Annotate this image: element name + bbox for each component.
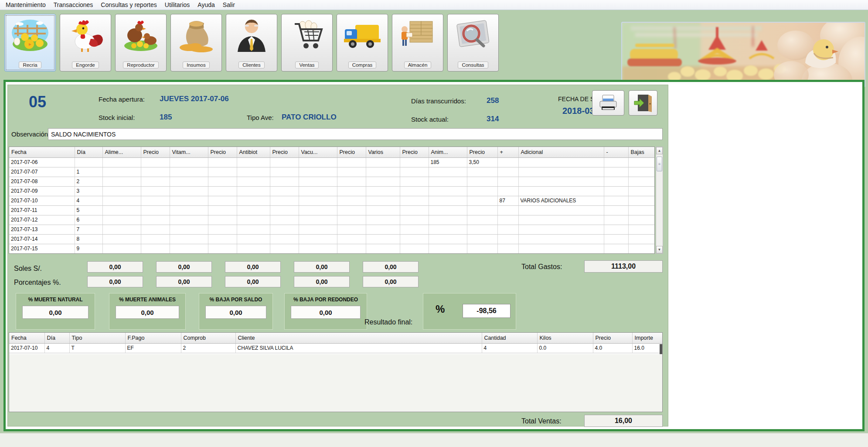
amount-field[interactable]: 0,00	[87, 276, 143, 287]
grid-cell[interactable]	[366, 157, 400, 167]
grid-cell[interactable]	[400, 157, 429, 167]
grid-cell[interactable]	[102, 234, 141, 244]
grid-cell[interactable]	[628, 244, 655, 253]
grid-cell[interactable]: 185	[429, 157, 467, 167]
grid-cell[interactable]: 0.0	[537, 343, 593, 353]
grid-cell[interactable]	[270, 215, 299, 225]
grid-cell[interactable]	[366, 244, 400, 253]
grid-cell[interactable]	[299, 215, 337, 225]
grid-row[interactable]: 2017-07-0710,00	[9, 167, 655, 177]
grid-cell[interactable]	[170, 186, 208, 196]
column-header[interactable]: Alime...	[102, 147, 141, 157]
column-header[interactable]: Tipo	[69, 333, 125, 343]
grid-cell[interactable]	[299, 234, 337, 244]
grid-cell[interactable]	[400, 177, 429, 186]
grid-cell[interactable]	[400, 244, 429, 253]
grid-cell[interactable]: 8	[75, 234, 102, 244]
grid-cell[interactable]	[429, 244, 467, 253]
grid-cell[interactable]: 2	[75, 177, 102, 186]
grid-cell[interactable]	[337, 157, 366, 167]
column-header[interactable]: Precio	[593, 333, 632, 343]
grid-cell[interactable]: 2017-07-11	[9, 205, 75, 215]
grid-cell[interactable]	[208, 186, 237, 196]
grid-cell[interactable]	[237, 234, 270, 244]
grid-cell[interactable]	[299, 225, 337, 234]
grid-cell[interactable]	[467, 225, 497, 234]
grid-cell[interactable]: 16.0	[632, 343, 663, 353]
grid-cell[interactable]: 6	[75, 215, 102, 225]
column-header[interactable]: Cliente	[235, 333, 482, 343]
grid-cell[interactable]	[208, 157, 237, 167]
grid-cell[interactable]	[208, 215, 237, 225]
grid-cell[interactable]	[628, 167, 655, 177]
toolbar-button-consultas[interactable]: Consultas	[447, 14, 499, 72]
grid-cell[interactable]: 2017-07-15	[9, 244, 75, 253]
column-header[interactable]: Kilos	[537, 333, 593, 343]
grid-cell[interactable]	[604, 196, 628, 205]
amount-field[interactable]: 0,00	[363, 261, 419, 273]
grid-row[interactable]: 2017-07-0820,00	[9, 177, 655, 186]
grid-cell[interactable]	[337, 215, 366, 225]
amount-field[interactable]: 0,00	[294, 261, 350, 273]
grid-cell[interactable]: 87	[497, 196, 518, 205]
grid-cell[interactable]	[270, 196, 299, 205]
grid-cell[interactable]	[400, 215, 429, 225]
grid-cell[interactable]	[299, 167, 337, 177]
grid-cell[interactable]	[102, 244, 141, 253]
grid-cell[interactable]	[628, 186, 655, 196]
grid-cell[interactable]	[141, 196, 170, 205]
grid-cell[interactable]: 2017-07-09	[9, 186, 75, 196]
grid-cell[interactable]: 2017-07-07	[9, 167, 75, 177]
grid-cell[interactable]	[141, 234, 170, 244]
grid-cell[interactable]	[337, 167, 366, 177]
grid-cell[interactable]	[141, 205, 170, 215]
grid-cell[interactable]	[429, 225, 467, 234]
grid-cell[interactable]	[518, 205, 604, 215]
column-header[interactable]: Varios	[366, 147, 400, 157]
grid-cell[interactable]	[604, 177, 628, 186]
column-header[interactable]: Comprob	[181, 333, 235, 343]
grid-cell[interactable]	[170, 244, 208, 253]
grid-cell[interactable]	[170, 157, 208, 167]
grid-cell[interactable]	[141, 244, 170, 253]
grid-cell[interactable]	[467, 186, 497, 196]
grid-cell[interactable]	[518, 186, 604, 196]
grid-cell[interactable]: 2017-07-12	[9, 215, 75, 225]
grid-cell[interactable]	[497, 167, 518, 177]
column-header[interactable]: +	[497, 147, 518, 157]
grid-cell[interactable]	[237, 244, 270, 253]
grid-cell[interactable]	[467, 234, 497, 244]
column-header[interactable]: Anim...	[429, 147, 467, 157]
grid-cell[interactable]: 4	[44, 343, 69, 353]
grid-cell[interactable]	[170, 196, 208, 205]
grid-cell[interactable]	[366, 234, 400, 244]
observacion-input[interactable]	[48, 128, 663, 140]
grid-cell[interactable]	[628, 234, 655, 244]
grid-cell[interactable]: 3	[75, 186, 102, 196]
grid-cell[interactable]	[102, 186, 141, 196]
grid-cell[interactable]	[141, 215, 170, 225]
toolbar-button-engorde[interactable]: Engorde	[60, 14, 111, 72]
grid-cell[interactable]	[467, 205, 497, 215]
grid-cell[interactable]: 2017-07-10	[9, 196, 75, 205]
grid-cell[interactable]	[400, 186, 429, 196]
grid-cell[interactable]	[337, 186, 366, 196]
grid-cell[interactable]: 2017-07-08	[9, 177, 75, 186]
toolbar-button-ventas[interactable]: Ventas	[281, 14, 333, 72]
grid-cell[interactable]	[518, 225, 604, 234]
toolbar-button-almacén[interactable]: Almacén	[392, 14, 443, 72]
grid-cell[interactable]	[237, 157, 270, 167]
grid-cell[interactable]	[429, 186, 467, 196]
grid-cell[interactable]	[628, 205, 655, 215]
grid-cell[interactable]	[299, 177, 337, 186]
grid-cell[interactable]	[270, 205, 299, 215]
grid-cell[interactable]: 2017-07-06	[9, 157, 75, 167]
column-header[interactable]: Precio	[467, 147, 497, 157]
menu-salir[interactable]: Salir	[219, 0, 239, 9]
grid-cell[interactable]: 4.0	[593, 343, 632, 353]
column-header[interactable]: -	[604, 147, 628, 157]
column-header[interactable]: Vitam...	[170, 147, 208, 157]
grid-cell[interactable]	[237, 167, 270, 177]
grid-cell[interactable]	[429, 167, 467, 177]
grid-cell[interactable]	[170, 215, 208, 225]
